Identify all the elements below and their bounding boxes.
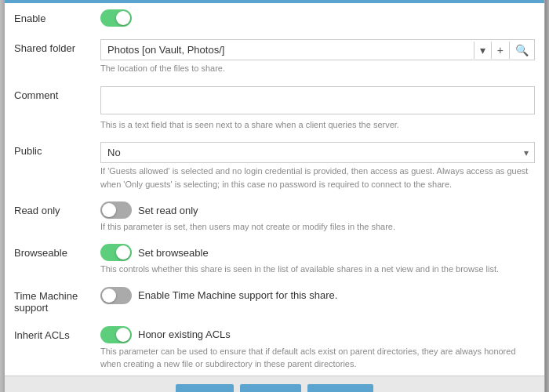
inherit-acls-toggle-wrap: Honor existing ACLs [100,326,535,343]
folder-input-group: ▾ + 🔍 [100,39,535,60]
browseable-label: Browseable [14,244,100,259]
inherit-acls-control: Honor existing ACLs [100,326,535,343]
enable-control [100,9,535,27]
public-desc-row: If 'Guests allowed' is selected and no l… [5,165,544,195]
comment-desc-row: This is a text field that is seen next t… [5,118,544,136]
browseable-control: Set browseable [100,244,535,261]
public-select[interactable]: No Yes Only guests [100,142,535,163]
inherit-acls-toggle-label: Honor existing ACLs [138,328,231,340]
public-select-wrap: No Yes Only guests ▾ [100,142,535,163]
browseable-toggle-wrap: Set browseable [100,244,535,261]
cancel-button[interactable]: Cancel [307,384,373,392]
time-machine-toggle-wrap: Enable Time Machine support for this sha… [100,287,535,304]
public-label: Public [14,142,100,157]
dialog-body: Enable Shared folder ▾ + 🔍 [5,3,544,375]
shared-folder-input[interactable] [101,40,474,60]
time-machine-slider [100,287,132,304]
read-only-toggle[interactable] [100,201,132,219]
browseable-slider [100,244,132,261]
inherit-acls-desc: This parameter can be used to ensure tha… [100,347,516,368]
enable-slider [100,9,132,27]
folder-search-btn[interactable]: 🔍 [509,42,534,59]
browseable-desc-row: This controls whether this share is seen… [5,263,544,280]
inherit-acls-toggle[interactable] [100,326,132,343]
inherit-acls-slider [100,326,132,343]
read-only-control: Set read only [100,201,535,219]
comment-textarea[interactable] [100,86,535,114]
time-machine-toggle-label: Enable Time Machine support for this sha… [138,289,337,301]
shared-folder-desc: The location of the files to share. [100,64,225,73]
browseable-toggle-label: Set browseable [138,247,209,259]
public-control: No Yes Only guests ▾ [100,142,535,163]
reset-button[interactable]: Reset [240,384,301,392]
shared-folder-control: ▾ + 🔍 [100,39,535,60]
time-machine-control: Enable Time Machine support for this sha… [100,287,535,304]
read-only-toggle-wrap: Set read only [100,201,535,219]
time-machine-toggle[interactable] [100,287,132,304]
read-only-label: Read only [14,201,100,216]
inherit-acls-row: Inherit ACLs Honor existing ACLs [5,320,544,345]
inherit-acls-desc-row: This parameter can be used to ensure tha… [5,345,544,376]
enable-toggle[interactable] [100,9,132,27]
shared-folder-row: Shared folder ▾ + 🔍 [5,33,544,62]
shared-folder-desc-row: The location of the files to share. [5,62,544,79]
public-row: Public No Yes Only guests ▾ [5,136,544,165]
time-machine-row: Time Machine support Enable Time Machine… [5,281,544,320]
enable-row: Enable [5,3,544,33]
read-only-desc-row: If this parameter is set, then users may… [5,220,544,238]
comment-label: Comment [14,86,100,101]
comment-row: Comment [5,80,544,118]
comment-desc: This is a text field that is seen next t… [100,120,399,129]
read-only-toggle-label: Set read only [138,205,198,216]
save-button[interactable]: Save [176,384,234,392]
dialog-footer: Save Reset Cancel [5,376,544,392]
read-only-slider [100,201,132,219]
browseable-row: Browseable Set browseable [5,238,544,263]
form-body: Enable Shared folder ▾ + 🔍 [5,3,544,375]
add-share-dialog: Add share × Enable Shared folder [4,0,545,392]
folder-add-btn[interactable]: + [491,42,509,59]
browseable-desc: This controls whether this share is seen… [100,264,499,274]
comment-control [100,86,535,117]
time-machine-label: Time Machine support [14,287,100,314]
public-desc: If 'Guests allowed' is selected and no l… [100,166,528,188]
read-only-desc: If this parameter is set, then users may… [100,222,395,231]
enable-label: Enable [14,9,100,24]
read-only-row: Read only Set read only [5,195,544,220]
inherit-acls-label: Inherit ACLs [14,326,100,341]
shared-folder-label: Shared folder [14,39,100,54]
browseable-toggle[interactable] [100,244,132,261]
folder-dropdown-btn[interactable]: ▾ [474,42,491,59]
